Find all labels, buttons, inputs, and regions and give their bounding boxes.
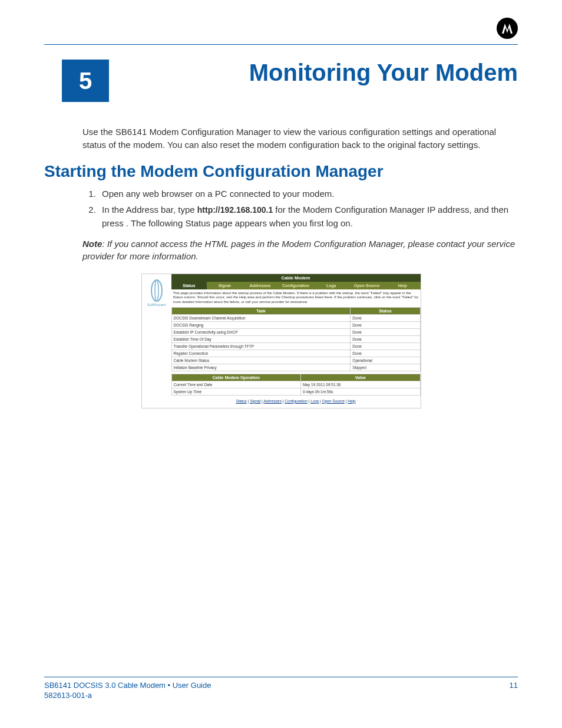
modem-tab-addresses[interactable]: Addresses [242, 282, 277, 289]
table-row: Initialize Baseline PrivacySkipped [171, 364, 420, 371]
step-2-text-c: . The following Status page appears when… [126, 218, 353, 228]
modem-task-table: Task Status DOCSIS Downstream Channel Ac… [171, 307, 421, 371]
chapter-number-box: 5 [62, 60, 109, 102]
modem-tabs: Status Signal Addresses Configuration Lo… [171, 282, 421, 289]
step-2: In the Address bar, type http://192.168.… [98, 203, 518, 230]
surfboard-icon [148, 279, 165, 302]
modem-footer-links: Status | Signal | Addresses | Configurat… [171, 396, 421, 408]
chapter-number: 5 [79, 68, 92, 94]
table-row: Register ConnectionDone [171, 350, 420, 357]
footer-link-help[interactable]: Help [348, 399, 355, 403]
modem-title-bar: Cable Modem [171, 274, 421, 282]
task-header-task: Task [171, 307, 351, 314]
section-heading: Starting the Modem Configuration Manager [44, 162, 518, 181]
modem-operation-table: Cable Modem Operation Value Current Time… [171, 374, 421, 396]
step-list: Open any web browser on a PC connected t… [98, 187, 518, 230]
footer-link-status[interactable]: Status [236, 399, 246, 403]
modem-tab-signal[interactable]: Signal [207, 282, 242, 289]
intro-paragraph: Use the SB6141 Modem Configuration Manag… [82, 126, 518, 151]
footer-link-addresses[interactable]: Addresses [263, 399, 282, 403]
note-label: Note [82, 239, 102, 249]
modem-tab-status[interactable]: Status [171, 282, 207, 289]
footer-link-logs[interactable]: Logs [310, 399, 319, 403]
motorola-logo-icon [497, 18, 518, 39]
svg-point-0 [151, 280, 162, 301]
chapter-header: 5 Monitoring Your Modem [62, 60, 518, 102]
footer-left: SB6141 DOCSIS 3.0 Cable Modem • User Gui… [44, 681, 211, 690]
op-header-op: Cable Modem Operation [171, 374, 300, 381]
footer-doc-number: 582613-001-a [44, 691, 518, 700]
modem-brand-column: SURFboard [142, 274, 171, 408]
footer-link-opensource[interactable]: Open Source [322, 399, 345, 403]
op-header-val: Value [300, 374, 420, 381]
footer-link-configuration[interactable]: Configuration [285, 399, 308, 403]
chapter-title: Monitoring Your Modem [109, 60, 518, 85]
svg-point-1 [155, 280, 158, 301]
modem-brand-text: SURFboard [142, 303, 171, 307]
step-1-text: Open any web browser on a PC connected t… [102, 189, 334, 199]
table-row: DOCSIS RangingDone [171, 321, 420, 328]
page-footer: SB6141 DOCSIS 3.0 Cable Modem • User Gui… [44, 677, 518, 700]
note-block: Note: If you cannot access the HTML page… [82, 238, 518, 263]
step-2-text-a: In the Address bar, type [102, 205, 197, 215]
top-divider [44, 44, 518, 45]
note-text: : If you cannot access the HTML pages in… [82, 239, 515, 262]
task-header-status: Status [351, 307, 420, 314]
modem-tab-logs[interactable]: Logs [313, 282, 349, 289]
modem-description: This page provides information about the… [171, 289, 421, 307]
table-row: System Up Time0 days 0h:1m:56s [171, 388, 420, 395]
modem-tab-opensource[interactable]: Open Source [349, 282, 385, 289]
table-row: Current Time and DateMay 19 2011 09:51:3… [171, 381, 420, 388]
modem-tab-configuration[interactable]: Configuration [278, 282, 313, 289]
footer-link-signal[interactable]: Signal [250, 399, 260, 403]
table-row: Establish Time Of DayDone [171, 335, 420, 342]
footer-page-number: 11 [510, 681, 518, 690]
table-row: DOCSIS Downstream Channel AcquisitionDon… [171, 314, 420, 321]
footer-divider [44, 677, 518, 677]
table-row: Cable Modem StatusOperational [171, 357, 420, 364]
modem-tab-help[interactable]: Help [385, 282, 420, 289]
step-2-url: http://192.168.100.1 [197, 205, 273, 215]
table-row: Establish IP Connectivity using DHCPDone [171, 328, 420, 335]
step-1: Open any web browser on a PC connected t… [98, 187, 518, 200]
modem-status-screenshot: SURFboard Cable Modem Status Signal Addr… [141, 274, 421, 409]
table-row: Transfer Operational Parameters through … [171, 342, 420, 350]
